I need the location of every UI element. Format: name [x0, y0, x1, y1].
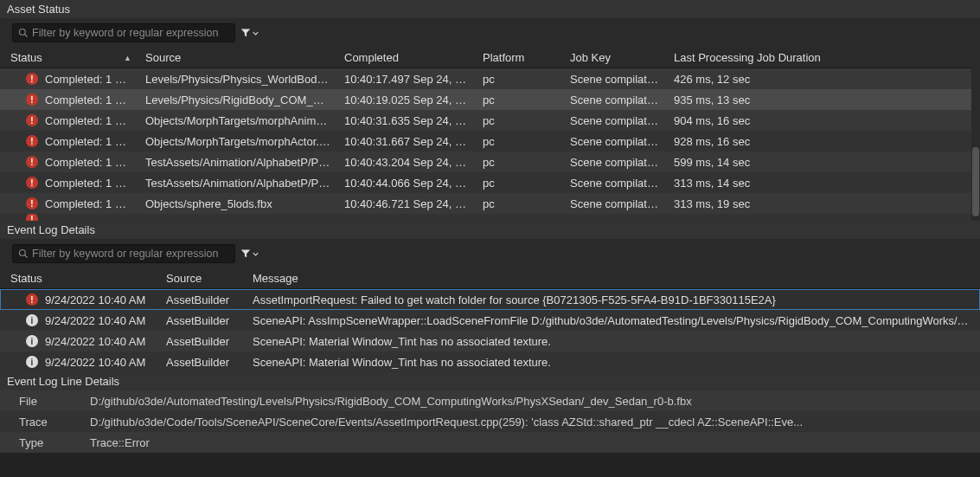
asset-row[interactable]: ! Completed: 1 error TestAssets/Animatio… — [0, 172, 980, 193]
search-icon — [18, 248, 29, 259]
error-icon: ! — [26, 156, 38, 168]
asset-platform: pc — [476, 156, 563, 169]
filter-icon — [240, 28, 251, 38]
asset-filter-button[interactable] — [240, 28, 259, 38]
log-filter-input-wrap[interactable] — [12, 244, 235, 263]
asset-filter-input-wrap[interactable] — [12, 23, 235, 42]
log-timestamp: 9/24/2022 10:40 AM — [38, 293, 159, 306]
asset-row[interactable]: ! — [0, 214, 980, 221]
detail-value: Trace::Error — [83, 436, 977, 449]
log-filter-input[interactable] — [32, 248, 229, 260]
asset-row[interactable]: ! Completed: 1 error Levels/Physics/Rigi… — [0, 89, 980, 110]
error-icon: ! — [26, 73, 38, 85]
log-message: SceneAPI: Material Window_Tint has no as… — [246, 335, 977, 348]
detail-row[interactable]: Trace D:/github/o3de/Code/Tools/SceneAPI… — [0, 411, 980, 432]
col-status[interactable]: Status ▲ — [3, 48, 138, 68]
asset-platform: pc — [476, 197, 563, 210]
error-icon: ! — [26, 114, 38, 126]
asset-row[interactable]: ! Completed: 1 error Objects/MorphTarget… — [0, 110, 980, 131]
asset-duration: 313 ms, 19 sec — [667, 197, 944, 210]
line-details-table: File D:/github/o3de/AutomatedTesting/Lev… — [0, 390, 980, 453]
asset-duration: 313 ms, 14 sec — [667, 177, 944, 190]
info-icon: i — [26, 335, 38, 347]
asset-source: Objects/sphere_5lods.fbx — [138, 197, 337, 210]
asset-scrollbar-thumb[interactable] — [972, 147, 979, 216]
detail-row[interactable]: Type Trace::Error — [0, 432, 980, 453]
error-icon: ! — [26, 93, 38, 106]
detail-key: Type — [3, 436, 83, 449]
asset-platform: pc — [476, 114, 563, 127]
asset-status-title: Asset Status — [0, 0, 980, 18]
error-icon: ! — [26, 293, 38, 306]
asset-jobkey: Scene compilation — [563, 135, 667, 148]
log-timestamp: 9/24/2022 10:40 AM — [38, 356, 159, 369]
col-status-label: Status — [10, 51, 42, 64]
asset-source: Objects/MorphTargets/morphAnimati... — [138, 114, 337, 127]
col-jobkey[interactable]: Job Key — [563, 48, 667, 68]
event-log-filter-bar — [0, 239, 980, 268]
detail-key: Trace — [3, 416, 83, 429]
asset-jobkey: Scene compilation — [563, 197, 667, 210]
col-log-message[interactable]: Message — [246, 268, 977, 288]
svg-line-1 — [25, 35, 28, 37]
asset-duration: 935 ms, 13 sec — [667, 93, 944, 106]
asset-duration: 599 ms, 14 sec — [667, 156, 944, 169]
asset-table-headers: Status ▲ Source Completed Platform Job K… — [0, 48, 980, 68]
asset-status-text: Completed: 1 error — [38, 177, 138, 190]
asset-jobkey: Scene compilation — [563, 93, 667, 106]
log-row[interactable]: ! 9/24/2022 10:40 AM AssetBuilder AssetI… — [0, 289, 980, 310]
info-icon: i — [26, 356, 38, 368]
asset-status-table: Status ▲ Source Completed Platform Job K… — [0, 48, 980, 221]
log-row[interactable]: i 9/24/2022 10:40 AM AssetBuilder SceneA… — [0, 331, 980, 351]
asset-platform: pc — [476, 177, 563, 190]
line-details-title: Event Log Line Details — [0, 372, 980, 390]
chevron-down-icon — [253, 251, 259, 257]
asset-source: TestAssets/Animation/AlphabetP/P_N... — [138, 177, 337, 190]
asset-jobkey: Scene compilation — [563, 114, 667, 127]
col-platform[interactable]: Platform — [476, 48, 563, 68]
log-source: AssetBuilder — [159, 335, 246, 348]
col-log-status[interactable]: Status — [3, 268, 159, 288]
asset-source: Levels/Physics/Physics_WorldBodyBu... — [138, 73, 337, 86]
col-source[interactable]: Source — [138, 48, 337, 68]
col-completed[interactable]: Completed — [337, 48, 476, 68]
asset-row[interactable]: ! Completed: 1 error Levels/Physics/Phys… — [0, 68, 980, 89]
asset-status-text: Completed: 1 error — [38, 73, 138, 86]
col-duration[interactable]: Last Processing Job Duration — [667, 48, 944, 68]
info-icon: i — [26, 314, 38, 326]
asset-completed: 10:40:17.497 Sep 24, 2022 — [337, 73, 476, 86]
detail-key: File — [3, 395, 83, 408]
asset-rows-body: ! Completed: 1 error Levels/Physics/Phys… — [0, 68, 980, 221]
asset-row[interactable]: ! Completed: 1 error Objects/sphere_5lod… — [0, 193, 980, 214]
log-message: AssetImportRequest: Failed to get watch … — [246, 293, 977, 306]
svg-point-2 — [20, 250, 26, 256]
col-log-source[interactable]: Source — [159, 268, 246, 288]
log-message: SceneAPI: Material Window_Tint has no as… — [246, 356, 977, 369]
asset-status-text: Completed: 1 error — [38, 114, 138, 127]
log-filter-button[interactable] — [240, 248, 259, 259]
asset-status-text: Completed: 1 error — [38, 93, 138, 106]
asset-duration: 928 ms, 16 sec — [667, 135, 944, 148]
error-icon: ! — [26, 214, 38, 221]
log-table-headers: Status Source Message — [0, 268, 980, 289]
detail-value: D:/github/o3de/Code/Tools/SceneAPI/Scene… — [83, 416, 977, 429]
asset-completed: 10:40:31.635 Sep 24, 2022 — [337, 114, 476, 127]
asset-platform: pc — [476, 73, 563, 86]
log-row[interactable]: i 9/24/2022 10:40 AM AssetBuilder SceneA… — [0, 351, 980, 372]
error-icon: ! — [26, 135, 38, 147]
search-icon — [18, 28, 29, 38]
asset-row[interactable]: ! Completed: 1 error Objects/MorphTarget… — [0, 131, 980, 151]
detail-row[interactable]: File D:/github/o3de/AutomatedTesting/Lev… — [0, 390, 980, 411]
asset-source: Levels/Physics/RigidBody_COM_Comp... — [138, 93, 337, 106]
error-icon: ! — [26, 177, 38, 189]
asset-status-text: Completed: 1 error — [38, 135, 138, 148]
asset-duration: 904 ms, 16 sec — [667, 114, 944, 127]
asset-scrollbar[interactable] — [971, 65, 980, 221]
svg-point-0 — [20, 29, 26, 35]
log-row[interactable]: i 9/24/2022 10:40 AM AssetBuilder SceneA… — [0, 310, 980, 331]
asset-filter-input[interactable] — [32, 27, 229, 39]
sort-asc-icon: ▲ — [124, 54, 131, 62]
event-log-panel: Event Log Details Status Source Message … — [0, 221, 980, 372]
asset-row[interactable]: ! Completed: 1 error TestAssets/Animatio… — [0, 151, 980, 172]
asset-completed: 10:40:44.066 Sep 24, 2022 — [337, 177, 476, 190]
